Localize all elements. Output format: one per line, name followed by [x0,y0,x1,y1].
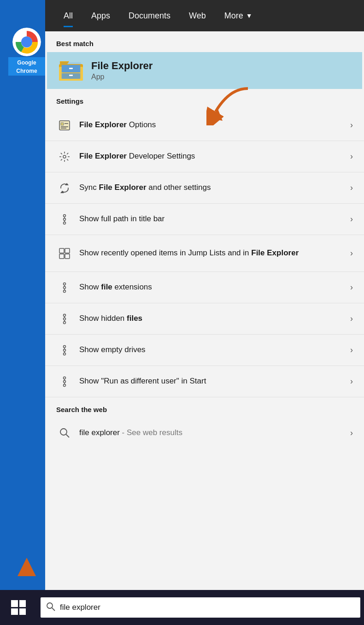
svg-point-38 [64,283,66,285]
chrome-icon-image [12,28,41,56]
svg-point-2 [23,38,30,46]
svg-point-57 [64,380,66,383]
start-button[interactable] [0,590,37,625]
chrome-label: Google Chrome [16,59,37,74]
chevron-right-icon-4: › [350,214,353,224]
settings-item-full-path-text: Show full path in title bar [79,214,350,224]
web-search-icon [56,428,73,438]
chevron-right-icon-3: › [350,183,353,193]
svg-point-42 [64,286,66,289]
svg-point-48 [64,345,66,348]
taskbar: file explorer [0,590,364,625]
svg-point-47 [64,318,66,320]
svg-point-45 [64,321,66,324]
svg-point-61 [47,603,53,608]
best-match-name: File Explorer [91,60,153,72]
chevron-right-icon-7: › [350,314,353,324]
svg-point-52 [64,349,66,351]
svg-rect-36 [59,254,64,259]
settings-item-empty-drives[interactable]: Show empty drives › [45,335,364,366]
svg-point-33 [64,218,66,220]
settings-item-hidden-files[interactable]: Show hidden files › [45,303,364,335]
taskbar-search-value: file explorer [60,603,100,612]
settings-item-hidden-files-text: Show hidden files [79,313,350,324]
recent-icon [56,248,73,259]
settings-item-run-as[interactable]: Show "Run as different user" in Start › [45,366,364,397]
settings-item-recent[interactable]: Show recently opened items in Jump Lists… [45,235,364,272]
svg-rect-37 [65,254,70,259]
settings-item-empty-drives-text: Show empty drives [79,345,350,355]
full-path-icon [56,213,73,225]
svg-point-29 [64,214,66,217]
windows-logo-icon [11,600,26,615]
chevron-right-icon-9: › [350,377,353,386]
svg-line-26 [61,159,62,160]
svg-line-25 [67,153,68,154]
search-panel: All Apps Documents Web More ▼ Best match [45,0,364,590]
settings-item-fe-options-text: File Explorer Options [79,120,350,130]
svg-point-58 [60,429,67,435]
tab-more[interactable]: More ▼ [215,8,262,24]
svg-rect-14 [61,123,64,125]
chevron-right-icon: › [350,120,353,130]
svg-point-18 [63,155,66,158]
best-match-info: File Explorer App [91,60,153,81]
svg-point-50 [64,353,66,355]
tab-documents[interactable]: Documents [119,8,180,24]
svg-point-53 [64,377,66,379]
file-explorer-icon [58,58,84,83]
svg-rect-34 [59,248,64,253]
settings-item-full-path[interactable]: Show full path in title bar › [45,204,364,235]
chevron-right-web: › [350,428,353,438]
svg-rect-35 [65,248,70,253]
svg-rect-10 [69,75,73,76]
tab-web[interactable]: Web [180,8,215,24]
svg-point-40 [64,290,66,292]
options-icon [56,119,73,131]
best-match-header: Best match [45,31,364,52]
settings-item-fe-options[interactable]: File Explorer Options › [45,110,364,141]
svg-line-23 [61,153,62,154]
svg-line-24 [67,159,68,160]
best-match-type: App [91,73,153,81]
chevron-right-icon-6: › [350,283,353,292]
svg-line-62 [52,608,55,611]
sync-icon [56,182,73,194]
tab-all[interactable]: All [54,8,82,24]
filter-tabs-bar: All Apps Documents Web More ▼ [45,0,364,31]
settings-header: Settings [45,89,364,110]
svg-point-43 [64,314,66,316]
svg-point-55 [64,384,66,386]
settings-item-file-ext-text: Show file extensions [79,282,350,292]
chevron-down-icon: ▼ [246,12,252,19]
svg-point-31 [64,222,66,224]
settings-item-recent-text: Show recently opened items in Jump Lists… [79,248,350,258]
svg-rect-9 [69,68,73,69]
run-as-icon [56,376,73,388]
hidden-files-icon [56,313,73,325]
taskbar-search-bar[interactable]: file explorer [41,597,360,618]
best-match-file-explorer[interactable]: File Explorer App [47,52,362,89]
web-search-item[interactable]: file explorer - See web results › [45,418,364,448]
settings-item-file-ext[interactable]: Show file extensions › [45,272,364,303]
settings-item-sync-fe[interactable]: Sync File Explorer and other settings › [45,172,364,204]
svg-line-59 [66,435,70,438]
taskbar-search-icon [46,602,55,613]
chevron-right-icon-2: › [350,152,353,161]
web-search-item-text: file explorer - See web results [79,428,350,437]
chevron-right-icon-5: › [350,248,353,258]
file-ext-icon [56,282,73,294]
settings-item-sync-fe-text: Sync File Explorer and other settings [79,183,350,193]
web-search-header: Search the web [45,397,364,418]
settings-item-fe-dev-text: File Explorer Developer Settings [79,151,350,161]
empty-drives-icon [56,344,73,356]
settings-item-fe-dev[interactable]: File Explorer Developer Settings › [45,141,364,172]
chrome-icon-desktop[interactable]: Google Chrome [8,28,45,76]
chevron-right-icon-8: › [350,345,353,355]
dev-settings-icon [56,151,73,163]
tab-apps[interactable]: Apps [82,8,119,24]
settings-item-run-as-text: Show "Run as different user" in Start [79,376,350,386]
